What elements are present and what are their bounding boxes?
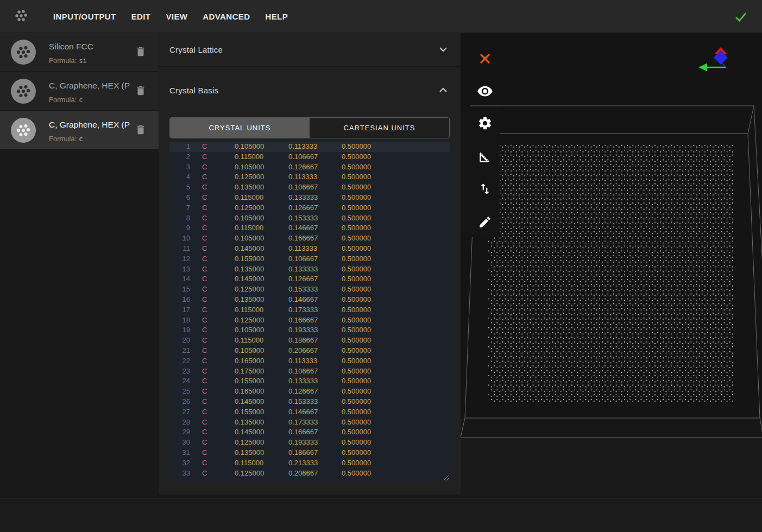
- element-symbol: C: [202, 356, 207, 366]
- trash-icon: [135, 46, 147, 58]
- coord-y: 0.106667: [288, 366, 318, 377]
- material-title: C, Graphene, HEX (P: [49, 120, 130, 130]
- tab-cartesian-units[interactable]: CARTESIAN UNITS: [310, 118, 449, 138]
- coord-x: 0.155000: [235, 407, 264, 417]
- basis-row-16: 16C0.1350000.1466670.500000: [169, 295, 450, 305]
- coord-z: 0.500000: [342, 315, 371, 326]
- 3d-viewer[interactable]: [461, 33, 762, 495]
- chevron-down-icon: [439, 47, 448, 52]
- menu-view[interactable]: VIEW: [158, 7, 195, 27]
- basis-row-9: 9C0.1150000.1466670.500000: [169, 223, 450, 233]
- line-number: 30: [169, 438, 190, 448]
- coord-z: 0.500000: [342, 172, 371, 182]
- element-symbol: C: [202, 438, 207, 448]
- coord-y: 0.153333: [288, 397, 318, 407]
- section-crystal-basis[interactable]: Crystal Basis: [159, 68, 461, 112]
- coord-y: 0.193333: [288, 325, 318, 335]
- basis-row-15: 15C0.1250000.1533330.500000: [169, 284, 450, 295]
- basis-row-20: 20C0.1150000.1866670.500000: [169, 335, 450, 346]
- coord-x: 0.125000: [235, 284, 264, 295]
- element-symbol: C: [202, 468, 207, 479]
- material-avatar: [11, 40, 36, 65]
- measure-icon: [478, 150, 492, 164]
- coord-x: 0.105000: [235, 162, 264, 173]
- line-number: 12: [169, 254, 190, 264]
- line-number: 24: [169, 376, 190, 387]
- material-list-item-3[interactable]: C, Graphene, HEX (P Formula:c: [0, 111, 159, 150]
- line-number: 25: [169, 387, 190, 397]
- line-number: 22: [169, 356, 190, 366]
- coord-z: 0.500000: [342, 264, 371, 275]
- footer-bar: [0, 495, 762, 532]
- materials-designer-app: INPUT/OUTPUT EDIT VIEW ADVANCED HELP Sil…: [0, 0, 762, 532]
- delete-material-button[interactable]: [135, 85, 148, 98]
- coord-z: 0.500000: [342, 193, 371, 203]
- material-avatar-icon: [11, 118, 36, 143]
- coord-y: 0.126667: [288, 387, 318, 397]
- tab-crystal-units[interactable]: CRYSTAL UNITS: [170, 118, 310, 138]
- coord-z: 0.500000: [342, 274, 371, 284]
- visibility-button[interactable]: [477, 83, 493, 99]
- app-logo-icon[interactable]: [12, 7, 30, 26]
- units-tab-bar: CRYSTAL UNITS CARTESIAN UNITS: [169, 117, 450, 138]
- axes-gizmo[interactable]: [698, 47, 728, 72]
- delete-material-button[interactable]: [135, 124, 148, 137]
- visibility-icon: [477, 83, 493, 99]
- coord-x: 0.135000: [235, 448, 264, 458]
- coord-z: 0.500000: [342, 233, 371, 244]
- menu-advanced[interactable]: ADVANCED: [195, 7, 257, 27]
- resize-grip-icon[interactable]: [443, 474, 449, 480]
- element-symbol: C: [202, 315, 207, 326]
- basis-row-19: 19C0.1050000.1933330.500000: [169, 325, 450, 335]
- basis-row-5: 5C0.1350000.1066670.500000: [169, 182, 450, 193]
- menu-input-output[interactable]: INPUT/OUTPUT: [46, 7, 124, 27]
- section-crystal-lattice[interactable]: Crystal Lattice: [159, 33, 461, 67]
- coord-y: 0.126667: [288, 203, 318, 213]
- element-symbol: C: [202, 274, 207, 284]
- coord-x: 0.145000: [235, 397, 264, 407]
- import-export-button[interactable]: [477, 181, 493, 197]
- line-number: 16: [169, 295, 190, 305]
- basis-row-23: 23C0.1750000.1066670.500000: [169, 366, 450, 377]
- basis-row-24: 24C0.1550000.1333330.500000: [169, 376, 450, 387]
- settings-button[interactable]: [477, 115, 493, 131]
- line-number: 3: [169, 162, 190, 173]
- coord-z: 0.500000: [342, 284, 371, 295]
- menu-help[interactable]: HELP: [257, 7, 295, 27]
- confirm-check-button[interactable]: [734, 9, 748, 23]
- element-symbol: C: [202, 264, 207, 275]
- line-number: 33: [169, 468, 190, 479]
- delete-material-button[interactable]: [135, 46, 148, 59]
- coord-x: 0.115000: [235, 458, 263, 468]
- coord-z: 0.500000: [342, 356, 371, 366]
- coord-y: 0.206667: [288, 468, 318, 479]
- edit-icon: [478, 215, 492, 229]
- coord-z: 0.500000: [342, 335, 371, 346]
- basis-row-29: 29C0.1450000.1666670.500000: [169, 427, 450, 438]
- edit-button[interactable]: [477, 214, 493, 230]
- element-symbol: C: [202, 244, 207, 254]
- coord-z: 0.500000: [342, 438, 371, 448]
- coord-x: 0.115000: [235, 152, 263, 162]
- element-symbol: C: [202, 223, 207, 233]
- coord-x: 0.165000: [235, 387, 264, 397]
- material-list-item-2[interactable]: C, Graphene, HEX (P Formula:c: [0, 72, 159, 111]
- basis-row-13: 13C0.1350000.1333330.500000: [169, 264, 450, 275]
- coord-y: 0.173333: [288, 305, 318, 315]
- measure-button[interactable]: [477, 149, 493, 165]
- basis-coordinates-editor[interactable]: 1C0.1050000.1133330.5000002C0.1150000.10…: [169, 141, 450, 482]
- line-number: 2: [169, 152, 190, 162]
- element-symbol: C: [202, 387, 207, 397]
- coord-x: 0.105000: [235, 142, 264, 152]
- basis-row-25: 25C0.1650000.1266670.500000: [169, 387, 450, 397]
- main-menu: INPUT/OUTPUT EDIT VIEW ADVANCED HELP: [46, 7, 295, 27]
- coord-y: 0.193333: [288, 438, 318, 448]
- coord-y: 0.113333: [288, 356, 317, 366]
- coord-z: 0.500000: [342, 213, 371, 224]
- coord-z: 0.500000: [342, 397, 371, 407]
- line-number: 9: [169, 223, 190, 233]
- menu-edit[interactable]: EDIT: [124, 7, 159, 27]
- close-button[interactable]: [477, 50, 493, 67]
- element-symbol: C: [202, 346, 207, 356]
- material-list-item-1[interactable]: Silicon FCC Formula:si: [0, 33, 159, 72]
